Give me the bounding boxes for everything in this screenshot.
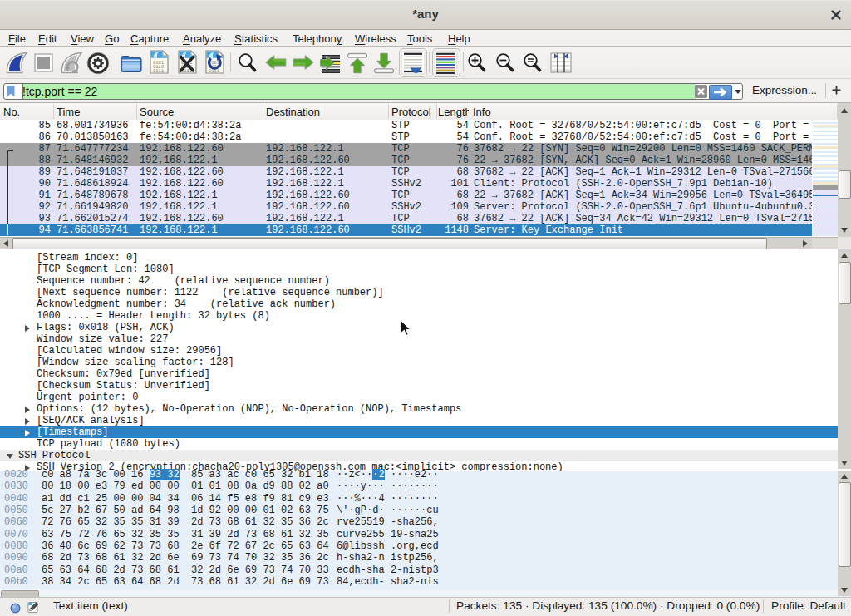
svg-text:0111: 0111 <box>153 68 165 74</box>
